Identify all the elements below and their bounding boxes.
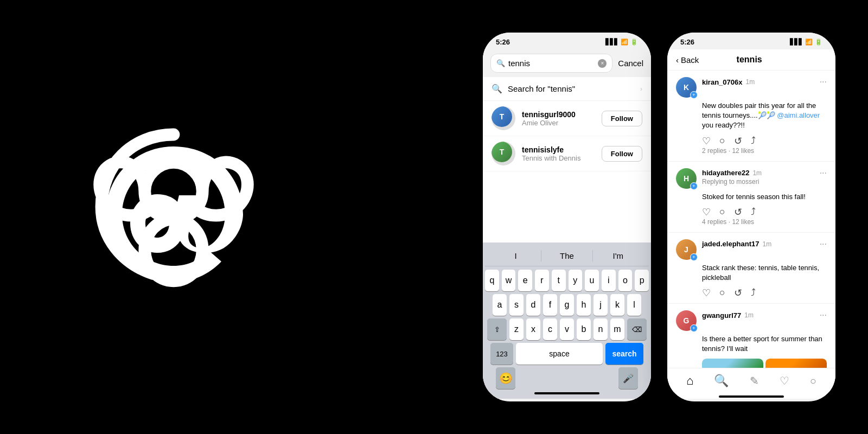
search-input-wrapper[interactable]: 🔍 tennis ×: [490, 54, 612, 73]
post-header-3: J + jaded.elephant17 1m ···: [676, 239, 827, 260]
repost-icon-2[interactable]: ↺: [734, 206, 742, 218]
key-mic[interactable]: 🎤: [618, 367, 638, 389]
back-button[interactable]: ‹ Back: [676, 55, 699, 65]
suggestion-Im[interactable]: I'm: [593, 250, 643, 261]
key-delete[interactable]: ⌫: [627, 318, 647, 340]
replying-to-2: Replying to mosseri: [702, 178, 827, 186]
share-icon-2[interactable]: ⤴: [751, 206, 756, 218]
keyboard: I The I'm q w e r t y u i o: [483, 242, 651, 399]
key-b[interactable]: b: [577, 318, 591, 340]
thread-title: tennis: [704, 55, 794, 65]
suggestion-arrow-icon: ›: [640, 85, 642, 93]
keyboard-row-2: a s d f g h j k l: [485, 294, 649, 316]
key-space[interactable]: space: [516, 343, 603, 365]
phone-left: 5:26 ▋▋▋ 📶 🔋 🔍 tennis ×: [483, 33, 651, 401]
key-t[interactable]: t: [552, 270, 566, 291]
keyboard-row-4: 123 space search: [485, 343, 649, 365]
post-username-4: gwangurl77: [702, 311, 741, 320]
key-q[interactable]: q: [485, 270, 499, 291]
plus-badge-2: +: [690, 182, 698, 190]
key-i[interactable]: i: [602, 270, 616, 291]
user-info-2: tennisislyfe Tennis with Dennis: [522, 145, 595, 162]
key-s[interactable]: s: [509, 294, 524, 316]
key-h[interactable]: h: [577, 294, 591, 316]
thread-post-1: K + kiran_0706x 1m ···: [667, 71, 835, 162]
key-x[interactable]: x: [526, 318, 540, 340]
search-input-text[interactable]: tennis: [508, 59, 595, 68]
post-more-4[interactable]: ···: [820, 310, 827, 320]
post-body-4: Is there a better sport for summer than …: [702, 334, 827, 354]
post-meta-2: hidayathere22 1m ··· Replying to mosseri: [702, 168, 827, 186]
post-body-3: Stack rank these: tennis, table tennis, …: [702, 263, 827, 283]
key-l[interactable]: l: [627, 294, 641, 316]
key-j[interactable]: j: [593, 294, 608, 316]
thread-post-4: G + gwangurl77 1m ···: [667, 304, 835, 368]
post-more-3[interactable]: ···: [820, 239, 827, 249]
post-actions-3: ♡ ○ ↺ ⤴: [702, 287, 827, 299]
post-username-1: kiran_0706x: [702, 78, 742, 86]
nav-profile-icon[interactable]: ○: [810, 375, 816, 387]
repost-icon-1[interactable]: ↺: [734, 135, 742, 147]
thread-post-3: J + jaded.elephant17 1m ···: [667, 233, 835, 304]
key-r[interactable]: r: [535, 270, 549, 291]
key-a[interactable]: a: [493, 294, 507, 316]
nav-search-icon[interactable]: 🔍: [714, 374, 729, 388]
nav-compose-icon[interactable]: ✎: [750, 374, 759, 387]
key-n[interactable]: n: [593, 318, 608, 340]
search-clear-button[interactable]: ×: [598, 59, 607, 68]
key-emoji[interactable]: 😊: [496, 367, 515, 389]
comment-icon-3[interactable]: ○: [719, 287, 725, 299]
key-p[interactable]: p: [635, 270, 649, 291]
key-m[interactable]: m: [610, 318, 624, 340]
nav-likes-icon[interactable]: ♡: [780, 374, 789, 387]
like-icon-1[interactable]: ♡: [702, 135, 711, 147]
search-icon: 🔍: [496, 59, 505, 67]
search-suggestion-text: Search for "tennis": [508, 84, 635, 93]
key-u[interactable]: u: [585, 270, 599, 291]
key-z[interactable]: z: [509, 318, 524, 340]
repost-icon-3[interactable]: ↺: [734, 287, 742, 299]
search-suggestion[interactable]: 🔍 Search for "tennis" ›: [483, 77, 651, 101]
follow-button-2[interactable]: Follow: [602, 146, 642, 162]
battery-icon: 🔋: [630, 39, 638, 46]
user-result-1[interactable]: T tennisgurl9000 Amie Oliver Follow: [483, 101, 651, 136]
post-avatar-4: G +: [676, 310, 697, 331]
user-result-2[interactable]: T tennisislyfe Tennis with Dennis Follow: [483, 136, 651, 171]
suggestion-The[interactable]: The: [541, 250, 592, 261]
key-e[interactable]: e: [518, 270, 532, 291]
mention-1: @aimi.allover: [777, 111, 820, 119]
post-image-tennis2: [765, 359, 827, 368]
signal-icon: ▋▋▋: [605, 39, 618, 46]
like-icon-2[interactable]: ♡: [702, 206, 711, 218]
post-time-3: 1m: [762, 240, 771, 248]
post-actions-1: ♡ ○ ↺ ⤴: [702, 135, 827, 147]
key-c[interactable]: c: [543, 318, 557, 340]
suggestion-I[interactable]: I: [490, 250, 541, 261]
key-o[interactable]: o: [618, 270, 633, 291]
post-more-2[interactable]: ···: [820, 168, 827, 178]
key-search-action[interactable]: search: [605, 343, 643, 365]
share-icon-3[interactable]: ⤴: [751, 287, 756, 299]
like-icon-3[interactable]: ♡: [702, 287, 711, 299]
key-k[interactable]: k: [610, 294, 624, 316]
time-left: 5:26: [496, 38, 510, 46]
key-y[interactable]: y: [569, 270, 583, 291]
share-icon-1[interactable]: ⤴: [751, 135, 756, 147]
comment-icon-2[interactable]: ○: [719, 206, 725, 218]
key-d[interactable]: d: [526, 294, 540, 316]
post-time-1: 1m: [745, 78, 755, 86]
post-more-1[interactable]: ···: [820, 77, 827, 87]
cancel-button[interactable]: Cancel: [618, 59, 643, 68]
username-2: tennisislyfe: [522, 145, 595, 154]
comment-icon-1[interactable]: ○: [719, 135, 725, 147]
key-w[interactable]: w: [502, 270, 516, 291]
key-numbers[interactable]: 123: [490, 343, 513, 365]
post-header-4: G + gwangurl77 1m ···: [676, 310, 827, 331]
key-f[interactable]: f: [543, 294, 557, 316]
key-shift[interactable]: ⇧: [487, 318, 507, 340]
follow-button-1[interactable]: Follow: [602, 111, 642, 126]
nav-home-icon[interactable]: ⌂: [686, 374, 693, 388]
key-g[interactable]: g: [560, 294, 574, 316]
key-v[interactable]: v: [560, 318, 574, 340]
wifi-icon: 📶: [621, 39, 628, 46]
